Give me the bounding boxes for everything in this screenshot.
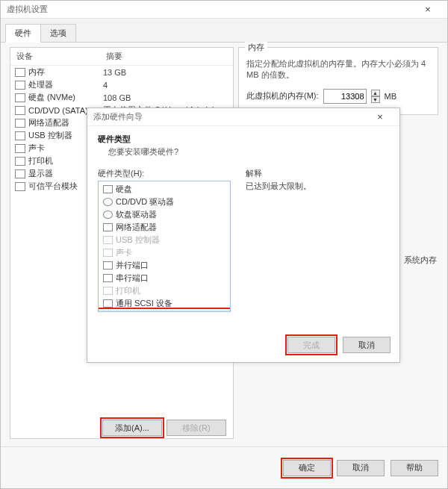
ok-button[interactable]: 确定 — [283, 460, 331, 476]
device-icon — [15, 119, 25, 128]
hw-type-item[interactable]: CD/DVD 驱动器 — [99, 196, 230, 208]
hw-type-item[interactable]: 软盘驱动器 — [99, 208, 230, 221]
col-summary: 摘要 — [106, 51, 122, 62]
wizard-titlebar: 添加硬件向导 × — [87, 108, 399, 126]
device-icon — [15, 131, 25, 140]
chevron-up-icon[interactable]: ▲ — [371, 90, 380, 96]
hw-type-label: 声卡 — [116, 247, 132, 258]
hw-type-icon — [103, 249, 113, 257]
device-icon — [15, 169, 25, 178]
memory-desc: 指定分配给此虚拟机的内存量。内存大小必须为 4 MB 的倍数。 — [246, 58, 430, 81]
hw-type-item[interactable]: 通用 SCSI 设备 — [99, 297, 230, 310]
device-header: 设备 摘要 — [10, 48, 233, 66]
hw-type-icon — [103, 236, 113, 244]
add-button[interactable]: 添加(A)... — [102, 420, 162, 436]
device-icon — [15, 81, 25, 90]
hw-type-item: USB 控制器 — [99, 234, 230, 246]
hw-type-icon — [103, 198, 113, 206]
device-name: 硬盘 (NVMe) — [28, 92, 103, 103]
hw-type-icon — [103, 287, 113, 295]
hw-type-icon — [103, 185, 113, 193]
device-row[interactable]: 硬盘 (NVMe)108 GB — [10, 91, 233, 104]
remove-button: 移除(R) — [167, 420, 226, 436]
device-icon — [15, 182, 25, 191]
tab-options[interactable]: 选项 — [40, 24, 76, 43]
device-icon — [15, 106, 25, 115]
hw-type-item: 声卡 — [99, 246, 230, 259]
hw-type-item[interactable]: 并行端口 — [99, 259, 230, 272]
close-icon[interactable]: × — [367, 111, 393, 122]
finish-button[interactable]: 完成 — [287, 337, 335, 353]
hw-type-icon — [103, 299, 113, 308]
close-icon[interactable]: × — [414, 4, 441, 15]
hw-type-label: 并行端口 — [116, 260, 149, 271]
device-icon — [15, 93, 25, 102]
memory-label: 此虚拟机的内存(M): — [246, 90, 319, 102]
memory-group: 内存 指定分配给此虚拟机的内存量。内存大小必须为 4 MB 的倍数。 此虚拟机的… — [238, 47, 438, 115]
wizard-buttons: 完成 取消 — [287, 337, 391, 353]
hw-type-label: 可信平台模块 — [116, 311, 165, 312]
desc-col: 解释 已达到最大限制。 — [246, 168, 389, 312]
hw-type-list[interactable]: 硬盘CD/DVD 驱动器软盘驱动器网络适配器USB 控制器声卡并行端口串行端口打… — [98, 181, 231, 312]
col-device: 设备 — [16, 51, 106, 62]
device-icon — [15, 157, 25, 166]
hw-type-label: 网络适配器 — [116, 222, 157, 233]
help-button[interactable]: 帮助 — [391, 460, 438, 476]
device-name: 内存 — [28, 66, 103, 78]
hw-type-item[interactable]: 网络适配器 — [99, 221, 230, 234]
hw-type-label: 软盘驱动器 — [116, 209, 157, 220]
device-summary: 4 — [103, 81, 228, 90]
device-summary: 13 GB — [103, 68, 228, 77]
memory-legend: 内存 — [245, 42, 267, 53]
wizard-cancel-button[interactable]: 取消 — [343, 337, 391, 353]
device-icon — [15, 68, 25, 77]
memory-row: 此虚拟机的内存(M): ▲ ▼ MB — [246, 89, 430, 104]
hw-type-item: 打印机 — [99, 284, 230, 297]
hw-type-item[interactable]: 串行端口 — [99, 272, 230, 284]
hw-type-label: 硬盘 — [116, 184, 132, 195]
main-title: 虚拟机设置 — [7, 4, 414, 15]
chevron-down-icon[interactable]: ▼ — [371, 96, 380, 103]
wizard-columns: 硬件类型(H): 硬盘CD/DVD 驱动器软盘驱动器网络适配器USB 控制器声卡… — [98, 168, 389, 312]
desc-label: 解释 — [246, 168, 389, 179]
device-row[interactable]: 处理器4 — [10, 78, 233, 91]
hw-list-label: 硬件类型(H): — [98, 168, 231, 179]
hw-type-label: 串行端口 — [116, 272, 149, 284]
hw-list-col: 硬件类型(H): 硬盘CD/DVD 驱动器软盘驱动器网络适配器USB 控制器声卡… — [98, 168, 231, 312]
device-buttons: 添加(A)... 移除(R) — [102, 420, 226, 436]
desc-text: 已达到最大限制。 — [246, 181, 389, 192]
cancel-button[interactable]: 取消 — [337, 460, 385, 476]
wizard-heading: 硬件类型 — [98, 134, 389, 145]
add-hardware-wizard: 添加硬件向导 × 硬件类型 您要安装哪类硬件? 硬件类型(H): 硬盘CD/DV… — [87, 108, 400, 363]
hw-type-icon — [103, 223, 113, 231]
hw-type-label: CD/DVD 驱动器 — [116, 196, 174, 208]
hw-type-icon — [103, 261, 113, 270]
hw-type-label: 通用 SCSI 设备 — [116, 298, 172, 309]
hw-type-item[interactable]: 可信平台模块 — [99, 310, 230, 312]
hw-type-icon — [103, 274, 113, 282]
wizard-subheading: 您要安装哪类硬件? — [108, 146, 389, 158]
memory-input[interactable] — [323, 89, 367, 104]
main-titlebar: 虚拟机设置 × — [1, 1, 447, 19]
bottom-bar: 确定 取消 帮助 — [1, 446, 447, 488]
system-memory-hint: 系统内存 — [404, 255, 437, 266]
device-name: 处理器 — [28, 79, 103, 90]
tab-hardware[interactable]: 硬件 — [5, 24, 41, 43]
hw-type-label: USB 控制器 — [116, 234, 160, 246]
device-icon — [15, 144, 25, 153]
device-summary: 108 GB — [103, 93, 228, 102]
wizard-body: 硬件类型 您要安装哪类硬件? 硬件类型(H): 硬盘CD/DVD 驱动器软盘驱动… — [87, 126, 399, 312]
memory-spinner[interactable]: ▲ ▼ — [371, 90, 380, 103]
hw-type-icon — [103, 211, 113, 219]
tabs: 硬件 选项 — [1, 19, 447, 43]
hw-type-item[interactable]: 硬盘 — [99, 183, 230, 196]
memory-unit: MB — [385, 92, 397, 101]
wizard-title: 添加硬件向导 — [93, 111, 367, 122]
hw-type-label: 打印机 — [116, 285, 140, 296]
device-row[interactable]: 内存13 GB — [10, 66, 233, 78]
